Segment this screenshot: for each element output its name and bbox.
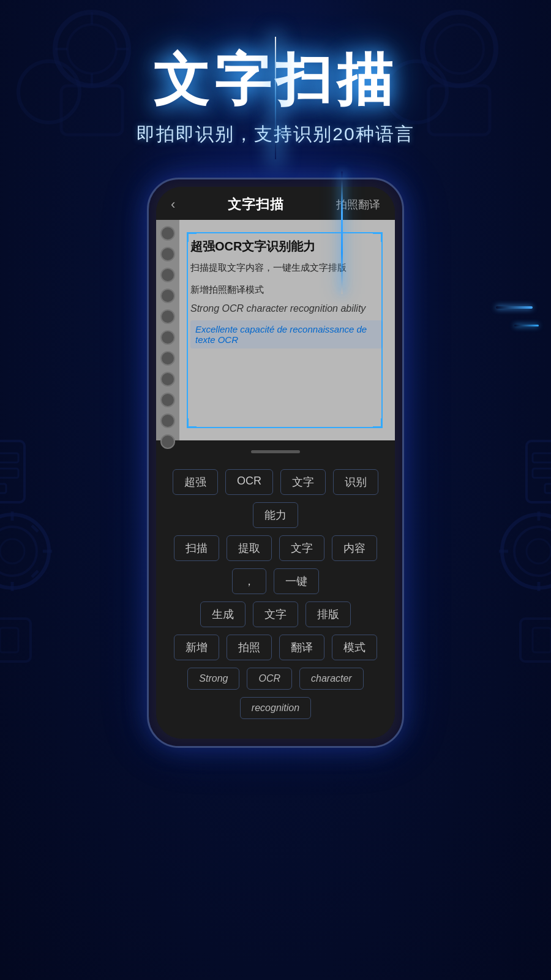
phone-frame: ‹ 文字扫描 拍照翻译 xyxy=(147,178,404,748)
doc-heading: 超强OCR文字识别能力 xyxy=(190,238,383,255)
corner-br xyxy=(373,418,383,428)
notebook-spiral xyxy=(156,220,179,440)
screen-title: 文字扫描 xyxy=(228,195,284,214)
doc-english-text: Strong OCR character recognition ability xyxy=(190,303,383,314)
chips-row-4: 新增 拍照 翻译 模式 xyxy=(168,635,383,660)
scan-area: 超强OCR文字识别能力 扫描提取文字内容，一键生成文字排版 新增拍照翻译模式 S… xyxy=(156,220,395,440)
chip-2-2: 提取 xyxy=(227,535,272,561)
spiral-dot xyxy=(160,351,175,366)
spiral-dot xyxy=(160,247,175,262)
phone-screen: ‹ 文字扫描 拍照翻译 xyxy=(156,187,395,739)
phone-bottom-bar xyxy=(156,440,395,457)
spiral-dot xyxy=(160,372,175,386)
light-beam xyxy=(275,37,276,159)
chip-2-3: 文字 xyxy=(279,535,324,561)
chip-2-5: ， xyxy=(232,568,266,594)
spiral-dot xyxy=(160,413,175,428)
phone-navigation-bar: ‹ 文字扫描 拍照翻译 xyxy=(156,187,395,220)
spiral-dot xyxy=(160,226,175,241)
chip-4-1: 新增 xyxy=(174,635,219,660)
chip-5-1: Strong xyxy=(187,668,239,690)
chips-row-1: 超强 OCR 文字 识别 能力 xyxy=(168,469,383,528)
phone-mockup-wrapper: ‹ 文字扫描 拍照翻译 xyxy=(141,178,410,748)
spiral-dot xyxy=(160,330,175,345)
chip-4-4: 模式 xyxy=(332,635,377,660)
chip-2-6: 一键 xyxy=(274,568,319,594)
spiral-dot xyxy=(160,268,175,282)
chip-2-4: 内容 xyxy=(332,535,377,561)
chip-1-3: 文字 xyxy=(280,469,326,495)
spiral-dot xyxy=(160,434,175,449)
chip-3-2: 文字 xyxy=(253,601,298,627)
chip-4-2: 拍照 xyxy=(227,635,272,660)
chip-5-2: OCR xyxy=(247,668,292,690)
chips-row-3: 生成 文字 排版 xyxy=(168,601,383,627)
chip-1-4: 识别 xyxy=(333,469,378,495)
home-indicator xyxy=(251,450,300,453)
chip-1-1: 超强 xyxy=(173,469,218,495)
doc-body-line1: 扫描提取文字内容，一键生成文字排版 xyxy=(190,260,383,276)
chip-1-5: 能力 xyxy=(253,502,298,528)
chip-5-3: character xyxy=(299,668,364,690)
chip-4-3: 翻译 xyxy=(279,635,324,660)
word-chips-section: 超强 OCR 文字 识别 能力 扫描 提取 文字 内容 ， 一键 xyxy=(156,457,395,739)
chip-5-4: recognition xyxy=(240,697,311,719)
chips-row-5: Strong OCR character recognition xyxy=(168,668,383,719)
spiral-dot xyxy=(160,393,175,407)
chips-row-2: 扫描 提取 文字 内容 ， 一键 xyxy=(168,535,383,594)
chip-3-3: 排版 xyxy=(305,601,351,627)
chip-1-2: OCR xyxy=(225,469,273,495)
chip-3-1: 生成 xyxy=(200,601,246,627)
spiral-dot xyxy=(160,288,175,303)
document-content: 超强OCR文字识别能力 扫描提取文字内容，一键生成文字排版 新增拍照翻译模式 S… xyxy=(156,220,395,361)
back-button[interactable]: ‹ xyxy=(171,197,175,213)
spiral-dot xyxy=(160,309,175,324)
corner-bl xyxy=(187,418,197,428)
chip-2-1: 扫描 xyxy=(174,535,219,561)
doc-french-text: Excellente capacité de reconnaissance de… xyxy=(190,320,383,349)
vertical-light-beam xyxy=(341,172,343,294)
doc-body-line2: 新增拍照翻译模式 xyxy=(190,282,383,298)
